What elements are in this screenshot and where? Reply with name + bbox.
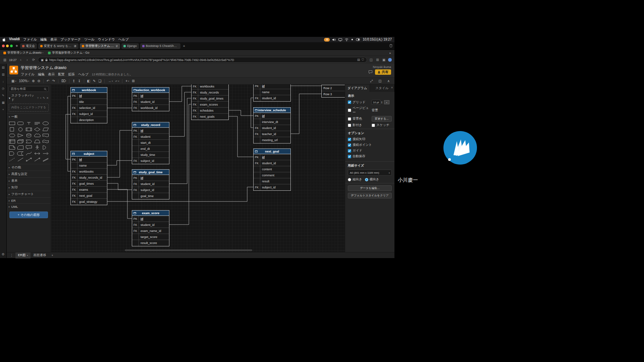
er-relationship-line[interactable] (229, 110, 253, 116)
er-row[interactable]: description (71, 117, 107, 123)
er-row[interactable]: FKexam_scores (192, 102, 228, 108)
to-front-button[interactable]: ↥ (71, 79, 76, 83)
er-relationship-line[interactable] (169, 86, 191, 102)
er-row[interactable]: study_time (132, 152, 169, 158)
close-window-button[interactable] (2, 45, 5, 47)
er-row[interactable]: PKid (254, 113, 290, 119)
shape-ellipse[interactable] (42, 121, 49, 126)
change-background-button[interactable]: 変更する... (372, 116, 392, 122)
zoom-in-button[interactable]: ⊕ (31, 79, 36, 83)
waypoints-button[interactable]: ⌐▾ (114, 79, 120, 83)
er-row[interactable]: FKstudent_id (254, 160, 290, 166)
er-row[interactable]: Row 3 (322, 91, 345, 97)
scratchpad-edit-icon[interactable]: ✎ (43, 97, 45, 100)
er-row[interactable]: PKid (132, 175, 169, 181)
downloads-panel-icon[interactable]: ↓ (2, 80, 4, 83)
format-option-背景色[interactable]: 背景色 (348, 117, 371, 121)
er-row[interactable]: name (71, 163, 107, 169)
er-relationship-line[interactable] (107, 183, 132, 190)
landscape-radio[interactable] (365, 178, 368, 181)
er-row[interactable]: FKgoal_times (71, 181, 107, 187)
add-panel-icon[interactable]: + (2, 108, 4, 111)
er-relationship-line[interactable] (229, 116, 253, 157)
er-relationship-line[interactable] (107, 130, 132, 177)
format-option-ガイド[interactable]: ガイド (348, 148, 392, 153)
display-icon[interactable] (338, 38, 342, 41)
shape-square[interactable] (8, 127, 16, 132)
er-row[interactable]: FKstudy_records (192, 89, 228, 96)
er-relationship-line[interactable] (251, 98, 253, 128)
menubar-clock[interactable]: 10月15日(火) 19:27 (363, 37, 392, 42)
grid-size-control[interactable]: 10 pt▲▼▾ (372, 100, 392, 105)
shape-process[interactable] (25, 127, 33, 132)
er-row[interactable]: name (254, 89, 290, 95)
page-tab-画面遷移[interactable]: 画面遷移 (31, 252, 49, 258)
er-row[interactable]: title (71, 99, 107, 105)
er-row[interactable]: FKstudy_records_id (71, 175, 107, 181)
shape-document[interactable] (42, 133, 49, 138)
reading-list-panel-icon[interactable]: ▥ (2, 73, 5, 76)
shape-circle[interactable] (16, 127, 24, 132)
er-row[interactable]: FKworkbook_id (132, 105, 169, 111)
format-option-グリッド[interactable]: グリッド (348, 100, 371, 105)
page-tab-ER図[interactable]: ER図▾ (15, 252, 31, 258)
browser-tab[interactable]: Django (121, 43, 139, 49)
settings-gear-icon[interactable]: ⚙ (2, 252, 5, 256)
sidebar-section-基本[interactable]: ▸基本 (7, 177, 51, 184)
er-table-header[interactable]: exam_score (132, 210, 169, 216)
er-row[interactable]: result (254, 178, 290, 184)
shape-text[interactable] (25, 121, 33, 126)
er-canvas[interactable]: workbookPKidtitleFKselection_idFKsubject… (51, 84, 345, 252)
er-row[interactable]: FKexam_name_id (132, 228, 169, 234)
checkbox-接続ポイント[interactable] (348, 143, 351, 147)
shape-link[interactable] (42, 157, 49, 162)
comment-icon[interactable] (369, 70, 372, 74)
checkbox-ガイド[interactable] (348, 149, 351, 153)
er-relationship-line[interactable] (107, 189, 132, 219)
connection-button[interactable]: →▾ (106, 79, 114, 83)
minimize-window-button[interactable] (6, 45, 9, 47)
shape-callout[interactable] (25, 145, 33, 150)
shape-parallelogram[interactable] (42, 127, 49, 132)
mac-menu-4[interactable]: ブックマーク (60, 37, 81, 42)
format-panel-toggle-button[interactable]: ◫ (377, 79, 383, 83)
zoom-level-button[interactable]: 100%▾ (17, 79, 31, 83)
format-option-自動保存[interactable]: 自動保存 (348, 154, 392, 159)
shape-line[interactable] (16, 157, 24, 162)
table-button[interactable]: ⊞ (130, 79, 136, 83)
er-row[interactable]: result_score (132, 240, 169, 246)
grid-color-swatch[interactable]: ▾ (384, 100, 389, 104)
er-relationship-line[interactable] (169, 92, 191, 136)
fullscreen-button[interactable]: ⤢ (369, 79, 374, 83)
extensions-icon[interactable]: ⊞ (375, 58, 380, 62)
shape-bidirectional-arrow[interactable] (33, 151, 41, 156)
er-row[interactable]: FKstudent_id (132, 181, 169, 187)
er-row[interactable]: FKsubject_id (71, 111, 107, 117)
shape-or[interactable] (42, 145, 49, 150)
notes-panel-icon[interactable]: ✎ (2, 94, 5, 97)
er-row[interactable]: start_dt (132, 140, 169, 146)
view-mode-button[interactable]: ▦▾ (10, 79, 17, 83)
browser-tab[interactable]: 変更する worry を選択2 (38, 43, 78, 49)
drawio-menu-ヘルプ[interactable]: ヘルプ (78, 72, 89, 77)
er-relationship-line[interactable] (290, 94, 321, 134)
format-close-icon[interactable]: ✕ (391, 86, 393, 89)
web-panel-icon[interactable]: ▦ (2, 101, 5, 104)
shape-arrow[interactable] (42, 151, 49, 156)
bookmark-item[interactable]: 学習進捗管理システム - Go (48, 51, 89, 55)
bookmark-item[interactable]: 学習管理システム.drawio - (3, 51, 43, 55)
checkbox-スケッチ[interactable] (372, 124, 375, 127)
portrait-radio-option[interactable]: 縦向き (348, 177, 362, 182)
er-table-teacher[interactable]: PKidnameFKstudent_id (253, 84, 291, 102)
scratchpad-help-icon[interactable]: ? (37, 97, 38, 100)
er-row[interactable]: PKid (71, 93, 107, 99)
maximize-window-button[interactable] (10, 45, 13, 47)
apple-menu-icon[interactable] (3, 38, 6, 42)
canvas-horizontal-scrollbar[interactable] (125, 249, 252, 251)
bookmark-folder-icon[interactable]: ▸ (389, 51, 391, 55)
er-row[interactable]: FKworkbooks (71, 169, 107, 175)
checkbox-グリッド[interactable] (348, 101, 351, 104)
url-field[interactable]: ▣ https://app.diagrams.net/#G10bskOXrvsT… (38, 57, 367, 63)
er-row[interactable]: FKteacher_id (254, 131, 290, 137)
er-table-study_record[interactable]: study_recordPKidFKstudentstart_dtend_dts… (132, 122, 169, 164)
